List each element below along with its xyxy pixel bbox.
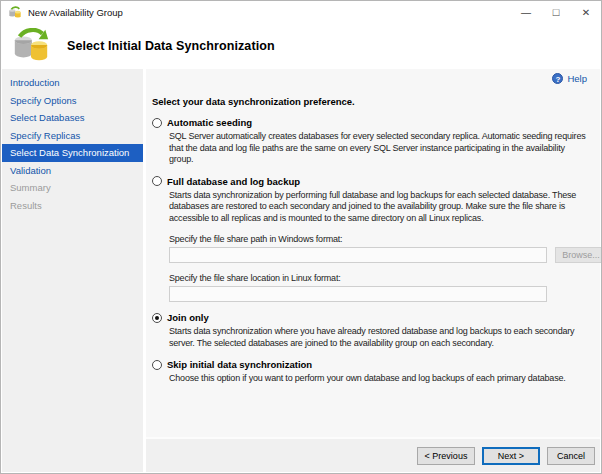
skip-sync-radio-row[interactable]: Skip initial data synchronization bbox=[152, 359, 592, 370]
automatic-seeding-radio[interactable] bbox=[152, 118, 162, 128]
sidebar-item-specify-options[interactable]: Specify Options bbox=[2, 92, 143, 110]
sidebar-item-select-data-synchronization[interactable]: Select Data Synchronization bbox=[2, 144, 143, 162]
join-only-radio-row[interactable]: Join only bbox=[152, 312, 592, 323]
skip-sync-radio[interactable] bbox=[152, 360, 162, 370]
skip-sync-label: Skip initial data synchronization bbox=[167, 359, 312, 370]
join-only-label: Join only bbox=[167, 312, 209, 323]
automatic-seeding-radio-row[interactable]: Automatic seeding bbox=[152, 117, 592, 128]
join-only-radio[interactable] bbox=[152, 313, 162, 323]
preference-heading: Select your data synchronization prefere… bbox=[152, 96, 592, 107]
wizard-footer: < Previous Next > Cancel bbox=[146, 437, 600, 472]
wizard-content-panel: ? Help Select your data synchronization … bbox=[146, 69, 600, 437]
availability-group-icon bbox=[11, 28, 51, 64]
sidebar-item-select-databases[interactable]: Select Databases bbox=[2, 109, 143, 127]
full-backup-radio[interactable] bbox=[152, 176, 162, 186]
option-join-only: Join only Starts data synchronization wh… bbox=[152, 312, 592, 349]
join-only-description: Starts data synchronization where you ha… bbox=[169, 326, 590, 349]
sidebar-item-introduction[interactable]: Introduction bbox=[2, 74, 143, 92]
option-skip-sync: Skip initial data synchronization Choose… bbox=[152, 359, 592, 385]
new-availability-group-window: New Availability Group — □ ✕ Select Init… bbox=[0, 0, 602, 474]
option-full-backup: Full database and log backup Starts data… bbox=[152, 176, 592, 303]
sidebar-item-specify-replicas[interactable]: Specify Replicas bbox=[2, 127, 143, 145]
page-title: Select Initial Data Synchronization bbox=[67, 39, 275, 53]
app-icon bbox=[8, 6, 22, 19]
close-icon[interactable]: ✕ bbox=[571, 1, 601, 23]
help-label: Help bbox=[567, 73, 587, 84]
browse-button[interactable]: Browse... bbox=[555, 247, 602, 263]
full-backup-radio-row[interactable]: Full database and log backup bbox=[152, 176, 592, 187]
cancel-button[interactable]: Cancel bbox=[547, 447, 595, 465]
help-icon: ? bbox=[552, 73, 563, 84]
option-automatic-seeding: Automatic seeding SQL Server automatical… bbox=[152, 117, 592, 166]
help-link[interactable]: ? Help bbox=[552, 73, 587, 84]
linux-share-label: Specify the file share location in Linux… bbox=[169, 273, 592, 283]
automatic-seeding-label: Automatic seeding bbox=[167, 117, 252, 128]
wizard-steps-sidebar: Introduction Specify Options Select Data… bbox=[2, 69, 143, 472]
automatic-seeding-description: SQL Server automatically creates databas… bbox=[169, 131, 590, 166]
window-title: New Availability Group bbox=[28, 7, 123, 18]
windows-share-label: Specify the file share path in Windows f… bbox=[169, 234, 592, 244]
full-backup-description: Starts data synchronization by performin… bbox=[169, 190, 590, 225]
minimize-icon[interactable]: — bbox=[511, 1, 541, 23]
previous-button[interactable]: < Previous bbox=[417, 447, 475, 465]
sidebar-item-summary: Summary bbox=[2, 179, 143, 197]
title-bar: New Availability Group — □ ✕ bbox=[1, 1, 601, 23]
sidebar-item-validation[interactable]: Validation bbox=[2, 162, 143, 180]
wizard-header: Select Initial Data Synchronization bbox=[1, 23, 601, 69]
full-backup-label: Full database and log backup bbox=[167, 176, 300, 187]
linux-share-input[interactable] bbox=[169, 286, 547, 302]
windows-share-input[interactable] bbox=[169, 247, 547, 263]
maximize-icon[interactable]: □ bbox=[541, 1, 571, 23]
skip-sync-description: Choose this option if you want to perfor… bbox=[169, 373, 590, 385]
next-button[interactable]: Next > bbox=[482, 447, 540, 465]
sidebar-item-results: Results bbox=[2, 197, 143, 215]
